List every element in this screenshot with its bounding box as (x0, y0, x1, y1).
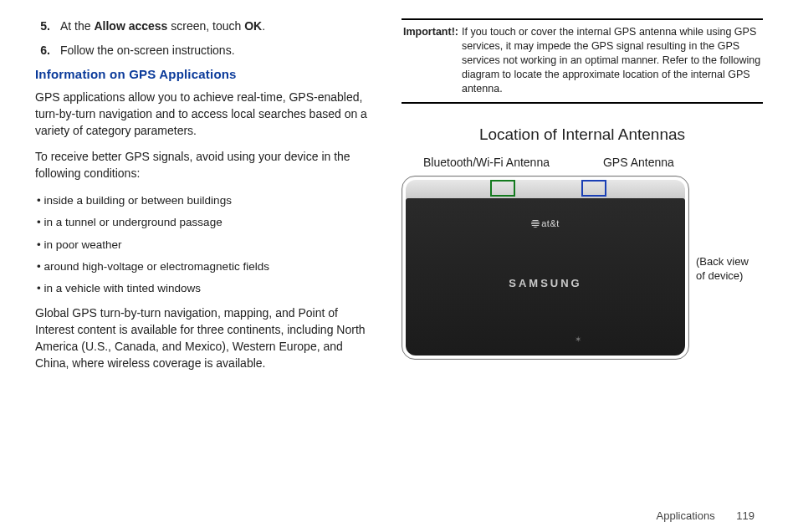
footer-page-number: 119 (736, 509, 755, 522)
antenna-diagram: Bluetooth/Wi-Fi Antenna GPS Antenna at&t… (402, 146, 689, 360)
step-5: 5. At the Allow access screen, touch OK. (35, 18, 371, 34)
brand-logo: SAMSUNG (402, 277, 688, 289)
callout-lead (502, 176, 504, 176)
globe-icon (531, 219, 540, 228)
back-view-caption: (Back view of device) (696, 255, 763, 284)
diagram-title: Location of Internal Antennas (402, 125, 763, 144)
carrier-logo: at&t (402, 218, 688, 228)
text: At the (60, 19, 94, 33)
footer-section: Applications (657, 509, 715, 522)
device-back-illustration: at&t SAMSUNG ✶ (402, 176, 689, 360)
important-note: Important!: If you touch or cover the in… (402, 18, 763, 104)
page-footer: Applications 119 (35, 504, 763, 522)
step-number: 6. (35, 43, 60, 59)
step-6: 6. Follow the on-screen instructions. (35, 43, 371, 59)
text-bold: OK (244, 19, 262, 33)
right-column: Important!: If you touch or cover the in… (402, 18, 763, 504)
step-body: Follow the on-screen instructions. (60, 43, 371, 59)
list-item: inside a building or between buildings (35, 192, 371, 209)
important-body: If you touch or cover the internal GPS a… (462, 25, 761, 95)
list-item: around high-voltage or electromagnetic f… (35, 258, 371, 275)
gps-antenna-label: GPS Antenna (603, 156, 674, 169)
text-bold: Allow access (94, 19, 167, 33)
paragraph: Global GPS turn-by-turn navigation, mapp… (35, 305, 371, 372)
section-heading: Information on GPS Applications (35, 67, 371, 81)
callout-lead (593, 176, 595, 176)
paragraph: To receive better GPS signals, avoid usi… (35, 149, 371, 182)
bluetooth-wifi-antenna-callout (490, 180, 515, 197)
text: . (262, 19, 265, 33)
list-item: in a tunnel or underground passage (35, 214, 371, 231)
paragraph: GPS applications allow you to achieve re… (35, 90, 371, 140)
gps-antenna-callout (581, 180, 606, 197)
stitch-mark: ✶ (575, 335, 581, 344)
step-number: 5. (35, 18, 60, 34)
bluetooth-wifi-antenna-label: Bluetooth/Wi-Fi Antenna (423, 156, 550, 169)
list-item: in poor weather (35, 237, 371, 253)
list-item: in a vehicle with tinted windows (35, 280, 371, 297)
left-column: 5. At the Allow access screen, touch OK.… (35, 18, 371, 504)
step-body: At the Allow access screen, touch OK. (60, 18, 371, 34)
important-label: Important!: (403, 25, 462, 95)
text: screen, touch (167, 19, 244, 33)
